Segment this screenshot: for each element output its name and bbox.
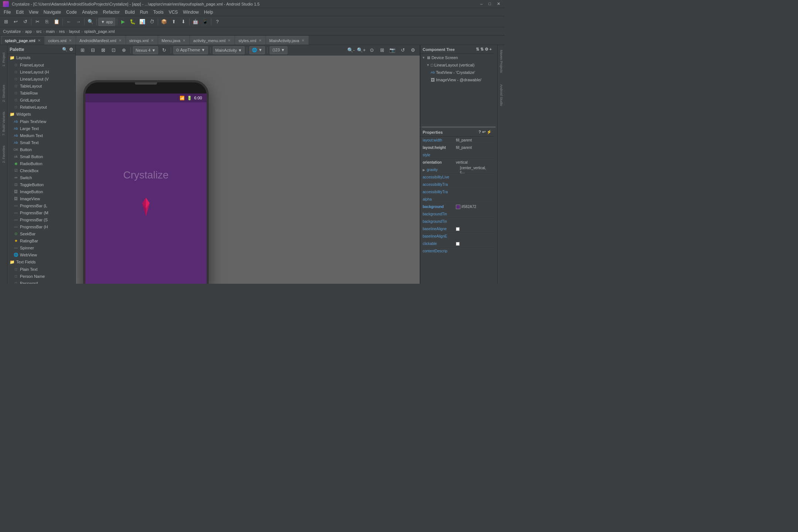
palette-item-progressbar-m[interactable]: — ProgressBar (M xyxy=(7,209,75,216)
prop-filter-icon[interactable]: ↩ xyxy=(482,130,485,134)
settings-btn[interactable]: ⚙ xyxy=(409,46,417,55)
prop-background-value[interactable]: #582A72 xyxy=(456,205,492,209)
tab-mainactivity[interactable]: MainActivity.java ✕ xyxy=(266,36,308,45)
tab-strings[interactable]: strings.xml ✕ xyxy=(126,36,158,45)
maximize-button[interactable]: □ xyxy=(487,1,492,6)
menu-tools[interactable]: Tools xyxy=(151,9,166,16)
structure-tab[interactable]: 2: Structure xyxy=(0,81,7,106)
zoom-in-btn[interactable]: 🔍+ xyxy=(357,46,366,55)
tree-linearlayout[interactable]: ▼ □ LinearLayout (vertical) xyxy=(420,61,494,69)
palette-item-imageview[interactable]: 🖼 ImageView xyxy=(7,195,75,202)
project-tab[interactable]: 1: Project xyxy=(0,47,7,72)
prop-ba-value[interactable] xyxy=(456,227,492,231)
palette-item-small-button[interactable]: ok Small Button xyxy=(7,153,75,160)
zoom-reset-btn[interactable]: ⊙ xyxy=(367,46,376,55)
tab-styles[interactable]: styles.xml ✕ xyxy=(235,36,265,45)
palette-scroll[interactable]: 📁 Layouts □ FrameLayout □ LinearLayout (… xyxy=(7,54,75,284)
palette-section-layouts[interactable]: 📁 Layouts xyxy=(7,54,75,61)
zoom-fit-btn[interactable]: ⊞ xyxy=(378,46,386,55)
tab-strings-close[interactable]: ✕ xyxy=(150,38,154,42)
menu-code[interactable]: Code xyxy=(64,9,79,16)
palette-item-plain-text[interactable]: □ Plain Text xyxy=(7,266,75,273)
toolbar-btn-cut[interactable]: ✂ xyxy=(33,17,42,26)
prop-gravity-value[interactable]: [center_vertical, c... xyxy=(460,166,492,174)
clickable-checkbox[interactable] xyxy=(456,242,460,246)
palette-item-password[interactable]: □ Password xyxy=(7,280,75,284)
palette-item-tablelayout[interactable]: □ TableLayout xyxy=(7,82,75,89)
design-toolbar-btn-1[interactable]: ⊞ xyxy=(78,46,87,55)
design-toolbar-btn-3[interactable]: ⊠ xyxy=(99,46,108,55)
palette-item-imagebutton[interactable]: 🖼 ImageButton xyxy=(7,188,75,195)
palette-item-tablerow[interactable]: □ TableRow xyxy=(7,89,75,96)
toolbar-btn-run[interactable]: ▶ xyxy=(119,17,127,26)
menu-refactor[interactable]: Refactor xyxy=(101,9,122,16)
palette-item-framelayout[interactable]: □ FrameLayout xyxy=(7,61,75,68)
menu-build[interactable]: Build xyxy=(123,9,137,16)
tab-manifest-close[interactable]: ✕ xyxy=(118,38,122,42)
design-toolbar-btn-5[interactable]: ⊕ xyxy=(119,46,128,55)
palette-item-linearlayout-h[interactable]: □ LinearLayout (H xyxy=(7,68,75,75)
tab-styles-close[interactable]: ✕ xyxy=(258,38,262,42)
toolbar-btn-device[interactable]: 📱 xyxy=(201,17,209,26)
prop-help-icon[interactable]: ? xyxy=(478,130,481,134)
palette-item-seekbar[interactable]: ⊙ SeekBar xyxy=(7,230,75,237)
prop-layout-height-value[interactable]: fill_parent xyxy=(456,146,492,150)
tab-colors-close[interactable]: ✕ xyxy=(68,38,72,42)
locale-dropdown[interactable]: 🌐 ▼ xyxy=(249,46,265,54)
close-button[interactable]: ✕ xyxy=(495,1,502,6)
rotate-btn[interactable]: ↻ xyxy=(160,46,168,55)
minimize-button[interactable]: – xyxy=(479,1,484,6)
palette-item-small-text[interactable]: Ab Small Text xyxy=(7,139,75,146)
tree-gear-icon[interactable]: ⚙ xyxy=(485,47,488,52)
palette-item-linearlayout-v[interactable]: □ LinearLayout (V xyxy=(7,75,75,82)
palette-item-progressbar-s[interactable]: — ProgressBar (S xyxy=(7,216,75,223)
toolbar-btn-3[interactable]: ↺ xyxy=(21,17,30,26)
toolbar-btn-copy[interactable]: ⎘ xyxy=(42,17,51,26)
refresh-btn[interactable]: ↺ xyxy=(398,46,407,55)
menu-help[interactable]: Help xyxy=(202,9,215,16)
breadcrumb-crystalize[interactable]: Crystalize xyxy=(3,29,21,34)
breadcrumb-file[interactable]: splash_page.xml xyxy=(84,29,115,34)
menu-file[interactable]: File xyxy=(1,9,13,16)
palette-item-large-text[interactable]: Ab Large Text xyxy=(7,125,75,132)
tab-activity-menu[interactable]: activity_menu.xml ✕ xyxy=(190,36,235,45)
palette-item-webview[interactable]: 🌐 WebView xyxy=(7,251,75,258)
api-dropdown[interactable]: ⟨⟩23 ▼ xyxy=(270,46,287,54)
prop-layout-width-value[interactable]: fill_parent xyxy=(456,138,492,142)
tab-mainactivity-close[interactable]: ✕ xyxy=(301,38,305,42)
palette-item-person-name[interactable]: □ Person Name xyxy=(7,273,75,280)
toolbar-btn-profile[interactable]: ⏱ xyxy=(147,17,156,26)
tab-splash-page-close[interactable]: ✕ xyxy=(37,38,41,42)
tree-sort-icon[interactable]: ⇅ xyxy=(476,47,479,52)
tab-manifest[interactable]: AndroidManifest.xml ✕ xyxy=(76,36,126,45)
palette-section-widgets[interactable]: 📁 Widgets xyxy=(7,110,75,118)
toolbar-btn-android[interactable]: 🤖 xyxy=(191,17,200,26)
tree-textview[interactable]: Ab TextView - 'Crystalize' xyxy=(420,69,494,76)
gradle-tab[interactable]: Android Studio xyxy=(498,81,505,110)
breadcrumb-main[interactable]: main xyxy=(46,29,55,34)
baseline-aligned-checkbox[interactable] xyxy=(456,227,460,231)
menu-analyze[interactable]: Analyze xyxy=(80,9,100,16)
toolbar-btn-back[interactable]: ← xyxy=(64,17,73,26)
palette-item-togglebutton[interactable]: ⊡ ToggleButton xyxy=(7,181,75,188)
design-toolbar-btn-4[interactable]: ⊡ xyxy=(109,46,118,55)
favorites-tab[interactable]: 2: Favorites xyxy=(0,141,7,167)
menu-navigate[interactable]: Navigate xyxy=(41,9,63,16)
design-toolbar-btn-2[interactable]: ⊟ xyxy=(88,46,97,55)
palette-item-progressbar-l[interactable]: — ProgressBar (L xyxy=(7,202,75,209)
theme-dropdown[interactable]: ⊙ AppTheme ▼ xyxy=(173,46,208,54)
palette-item-gridlayout[interactable]: □ GridLayout xyxy=(7,96,75,103)
save-screenshot-btn[interactable]: 📷 xyxy=(388,46,397,55)
variants-tab[interactable]: 7: Build Variants xyxy=(0,111,7,137)
toolbar-btn-1[interactable]: ⊞ xyxy=(1,17,10,26)
palette-item-progressbar-h[interactable]: — ProgressBar (H xyxy=(7,223,75,230)
menu-window[interactable]: Window xyxy=(181,9,201,16)
prop-clickable-value[interactable] xyxy=(456,242,492,246)
toolbar-btn-help[interactable]: ? xyxy=(213,17,222,26)
tab-splash-page[interactable]: splash_page.xml ✕ xyxy=(1,36,45,45)
activity-dropdown[interactable]: MainActivity ▼ xyxy=(213,46,245,54)
toolbar-app-dropdown[interactable]: ▼ app xyxy=(98,18,115,26)
gravity-expand[interactable]: ▶ xyxy=(423,168,425,172)
toolbar-btn-vcs2[interactable]: ⬇ xyxy=(179,17,188,26)
palette-item-switch[interactable]: ⇔ Switch xyxy=(7,174,75,181)
